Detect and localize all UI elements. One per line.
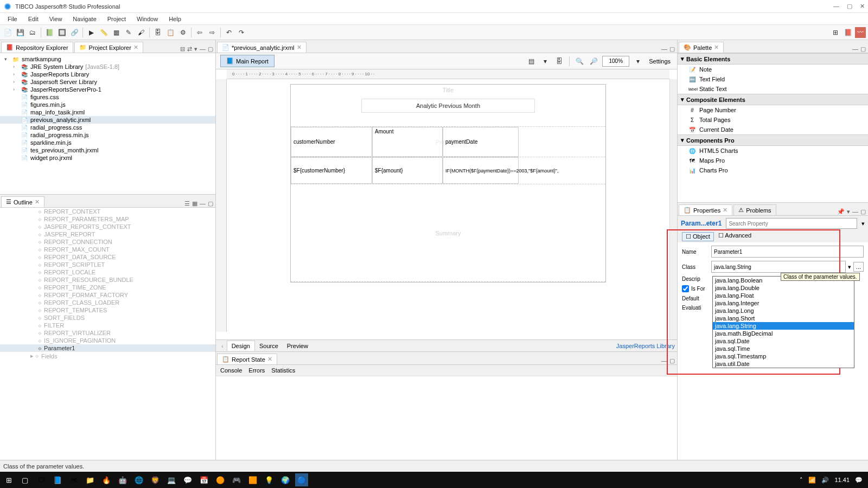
dataset-icon[interactable]: ▤ (526, 56, 537, 67)
dropdown-option[interactable]: java.util.Date (713, 360, 854, 368)
outline-item[interactable]: ⟐REPORT_VIRTUALIZER (0, 329, 215, 337)
statistics-tab[interactable]: Statistics (271, 367, 295, 374)
close-icon[interactable]: ✕ (714, 44, 719, 51)
back-icon[interactable]: ⇦ (194, 27, 205, 38)
tree-item[interactable]: 📄widget pro.jrxml (0, 154, 215, 162)
palette-body[interactable]: ▾Basic Elements 📝Note 🔤Text Field labelS… (678, 53, 868, 202)
field-customer[interactable]: $F{customerNumber} (291, 157, 372, 184)
max-icon[interactable]: ▢ (669, 357, 675, 364)
palette-item-statictext[interactable]: labelStatic Text (678, 84, 868, 94)
zoom-input[interactable] (602, 56, 629, 67)
tree-item[interactable]: ›📚JRE System Library [JavaSE-1.8] (0, 63, 215, 70)
outline-item[interactable]: ⟐REPORT_RESOURCE_BUNDLE (0, 276, 215, 284)
preview-tab[interactable]: Preview (283, 341, 312, 351)
toggle-icon[interactable]: 🔲 (56, 27, 67, 38)
outline-item[interactable]: ⟐JASPER_REPORTS_CONTEXT (0, 223, 215, 230)
editor-file-tab[interactable]: 📄 *previous_analytic.jrxml ✕ (217, 42, 307, 53)
tree-item[interactable]: 📄previous_analytic.jrxml (0, 116, 215, 124)
taskbar-app[interactable]: 🤖 (116, 473, 129, 486)
max-icon[interactable]: ▢ (208, 46, 213, 53)
project-explorer-tab[interactable]: 📁 Project Explorer ✕ (74, 42, 143, 53)
dropdown-option[interactable]: java.lang.String (713, 322, 854, 330)
taskbar-app[interactable]: 📁 (84, 473, 97, 486)
tree-mode-icon[interactable]: ☰ (184, 200, 190, 207)
outline-item[interactable]: ⟐REPORT_CONTEXT (0, 208, 215, 215)
field-date-expr[interactable]: IF(MONTH($F{paymentDate})==2003,"$F{amou… (443, 157, 519, 184)
tree-item[interactable]: ›📚Jaspersoft Server Library (0, 78, 215, 86)
grid-icon[interactable]: ▦ (111, 27, 122, 38)
dropdown-icon[interactable]: ▾ (540, 56, 551, 67)
outline-item[interactable]: ⟐SORT_FIELDS (0, 314, 215, 322)
outline-item[interactable]: ⟐REPORT_TIME_ZONE (0, 284, 215, 291)
scrollbar-v[interactable] (669, 79, 677, 339)
outline-item[interactable]: ▸ ⟐Fields (0, 352, 215, 360)
report-summary-band[interactable]: Summary (291, 184, 605, 282)
dropdown-option[interactable]: java.sql.Timestamp (713, 352, 854, 360)
windows-taskbar[interactable]: ⊞ ▢ 🛡 📘 ✉ 📁 🔥 🤖 🌐 🦁 💻 💬 📅 🟠 🎮 🟧 💡 🌍 🔵 ˄ … (0, 472, 868, 488)
dropdown-option[interactable]: java.lang.Float (713, 292, 854, 299)
max-icon[interactable]: ▢ (208, 200, 213, 207)
taskbar-app[interactable]: ✉ (67, 473, 80, 486)
col-header-amount[interactable]: Amount (372, 127, 443, 157)
taskbar-app[interactable]: 🌐 (132, 473, 145, 486)
taskbar-app[interactable]: 💬 (181, 473, 194, 486)
palette-cat-components[interactable]: ▾Components Pro (678, 134, 868, 146)
volume-icon[interactable]: 🔊 (821, 477, 829, 484)
start-button[interactable]: ⊞ (2, 473, 15, 486)
design-canvas[interactable]: 0 · · · · 1 · · · · 2 · · · · 3 · · · · … (216, 69, 677, 339)
close-icon[interactable]: ✕ (723, 207, 727, 214)
advanced-subtab[interactable]: ☐ Advanced (718, 232, 751, 241)
outline-item[interactable]: ⟐REPORT_DATA_SOURCE (0, 253, 215, 261)
console-output[interactable] (216, 376, 677, 460)
tree-item[interactable]: 📄radial_progress.css (0, 124, 215, 131)
tree-item[interactable]: ›📚JasperReports Library (0, 70, 215, 78)
menu-project[interactable]: Project (103, 15, 130, 23)
menu-navigate[interactable]: Navigate (68, 15, 100, 23)
close-btn[interactable]: ✕ (860, 3, 865, 10)
object-subtab[interactable]: ☐ Object (682, 232, 714, 241)
thumb-mode-icon[interactable]: ▦ (192, 200, 197, 207)
query-icon[interactable]: 🗄 (554, 56, 565, 67)
tree-item[interactable]: ›📚JasperReportsServerPro-1 (0, 86, 215, 93)
palette-item-html5charts[interactable]: 🌐HTML5 Charts (678, 146, 868, 156)
outline-tab[interactable]: ☰ Outline ✕ (1, 196, 44, 207)
tree-item[interactable]: 📄map_info_tasik.jrxml (0, 108, 215, 116)
zoom-out-icon[interactable]: 🔎 (588, 56, 599, 67)
class-input[interactable] (711, 261, 846, 273)
palette-item-note[interactable]: 📝Note (678, 65, 868, 74)
min-icon[interactable]: — (661, 46, 667, 53)
chevron-down-icon[interactable]: ▾ (633, 56, 643, 67)
source-tab[interactable]: Source (255, 341, 283, 351)
taskbar-app[interactable]: 🟧 (246, 473, 259, 486)
dropdown-option[interactable]: java.lang.Double (713, 284, 854, 292)
outline-item[interactable]: ⟐REPORT_PARAMETERS_MAP (0, 215, 215, 223)
more-button[interactable]: ... (853, 262, 864, 272)
chevron-down-icon[interactable]: ▾ (848, 264, 851, 271)
chevron-down-icon[interactable]: ▾ (861, 220, 865, 227)
outline-item[interactable]: ⟐REPORT_SCRIPTLET (0, 261, 215, 268)
edit-icon[interactable]: ✎ (123, 27, 134, 38)
tree-root[interactable]: ▾📁smartkampung (0, 55, 215, 63)
palette-cat-composite[interactable]: ▾Composite Elements (678, 94, 868, 105)
errors-tab[interactable]: Errors (248, 367, 265, 374)
dropdown-option[interactable]: java.lang.Long (713, 307, 854, 314)
close-icon[interactable]: ✕ (267, 356, 272, 363)
min-icon[interactable]: — (200, 200, 206, 207)
palette-item-mapspro[interactable]: 🗺Maps Pro (678, 156, 868, 165)
palette-tab[interactable]: 🎨 Palette ✕ (679, 42, 724, 53)
outline-item-active[interactable]: ⟐Parameter1 (0, 344, 215, 352)
clock[interactable]: 11.41 (834, 477, 850, 483)
outline-item[interactable]: ⟐REPORT_LOCALE (0, 268, 215, 276)
taskbar-app[interactable]: 📘 (51, 473, 64, 486)
palette-item-chartspro[interactable]: 📊Charts Pro (678, 165, 868, 175)
ruler-icon[interactable]: 📏 (98, 27, 109, 38)
min-icon[interactable]: — (661, 357, 667, 364)
scroll-left-icon[interactable]: ‹ (218, 343, 227, 349)
outline-item[interactable]: ⟐REPORT_MAX_COUNT (0, 246, 215, 253)
dropdown-option[interactable]: java.math.BigDecimal (713, 330, 854, 337)
notifications-icon[interactable]: 💬 (855, 477, 863, 484)
forward-icon[interactable]: ⇨ (207, 27, 218, 38)
palette-item-textfield[interactable]: 🔤Text Field (678, 74, 868, 84)
outline-item[interactable]: ⟐REPORT_CLASS_LOADER (0, 299, 215, 306)
class-dropdown[interactable]: java.lang.Booleanjava.lang.Doublejava.la… (712, 276, 854, 368)
